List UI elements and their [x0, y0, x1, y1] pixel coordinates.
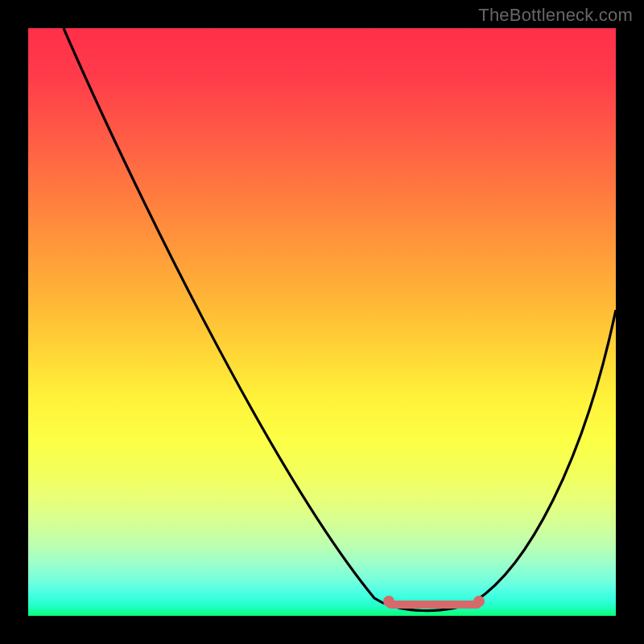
bottleneck-gradient-plot	[28, 28, 616, 616]
bottleneck-curve-path	[64, 28, 616, 611]
bottleneck-curve-svg	[28, 28, 616, 616]
sweet-spot-dot-left	[383, 596, 394, 607]
sweet-spot-dot-right	[473, 596, 485, 607]
watermark-text: TheBottleneck.com	[478, 5, 633, 26]
